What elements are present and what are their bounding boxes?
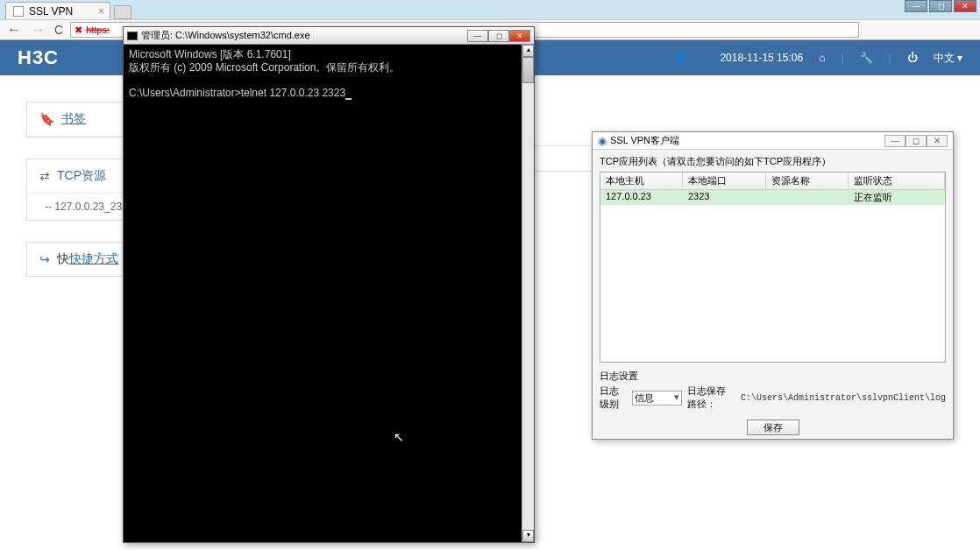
scroll-thumb[interactable] [522,57,534,83]
vpn-maximize-button[interactable]: ◻ [905,135,927,147]
col-local-port[interactable]: 本地端口 [683,173,766,189]
col-resource-name[interactable]: 资源名称 [766,173,849,189]
col-local-host[interactable]: 本地主机 [600,173,683,189]
vpn-minimize-button[interactable]: — [884,135,905,147]
os-minimize-button[interactable]: — [905,0,927,12]
refresh-icon[interactable]: ⇄ [39,169,50,183]
cell-local-host: 127.0.0.23 [600,190,683,205]
vpn-close-button[interactable]: ✕ [927,135,948,147]
address-text: https: [86,25,110,35]
browser-tab[interactable]: SSL VPN × [5,2,110,19]
cell-resource-name [766,190,849,205]
col-listen-status[interactable]: 监听状态 [849,173,945,189]
browser-tab-strip: SSL VPN × [0,0,131,19]
reload-button[interactable]: C [54,23,63,37]
cell-listen-status: 正在监听 [849,190,945,205]
vpn-titlebar[interactable]: ◉ SSL VPN客户端 — ◻ ✕ [593,132,953,150]
separator: | [841,52,843,64]
cell-local-port: 2323 [683,190,766,205]
cmd-titlebar[interactable]: 管理员: C:\Windows\system32\cmd.exe — ◻ ✕ [124,27,534,45]
cmd-minimize-button[interactable]: — [467,30,488,42]
log-level-select[interactable]: 信息 [632,391,682,405]
os-close-button[interactable]: ✕ [954,0,976,12]
os-maximize-button[interactable]: ◻ [929,0,952,12]
cmd-icon [127,32,138,40]
cmd-scrollbar[interactable]: ▴ ▾ [522,45,534,542]
tab-favicon [13,6,24,17]
tab-title: SSL VPN [29,5,73,18]
save-button[interactable]: 保存 [747,420,799,435]
log-settings-label: 日志设置 [600,370,946,383]
new-tab-button[interactable] [114,5,131,19]
user-icon[interactable]: 👤 [675,52,688,64]
h3c-logo: H3C [18,46,59,69]
cmd-window[interactable]: 管理员: C:\Windows\system32\cmd.exe — ◻ ✕ M… [123,26,535,543]
table-row[interactable]: 127.0.0.23 2323 正在监听 [600,190,945,205]
https-error-icon: ✖ [75,25,82,36]
cmd-terminal[interactable]: Microsoft Windows [版本 6.1.7601] 版权所有 (c)… [125,45,522,540]
shortcut-title: 快快捷方式 [57,251,118,267]
bookmark-icon: 🔖 [39,112,54,126]
back-button[interactable]: ← [5,22,23,38]
tab-close-icon[interactable]: × [98,5,104,18]
share-icon: ↪ [39,252,50,266]
power-icon[interactable]: ⏻ [907,52,918,64]
bookmark-title-link[interactable]: 书签 [61,111,86,127]
scroll-down-button[interactable]: ▾ [522,530,534,542]
tcp-title: TCP资源 [57,168,106,184]
tcp-app-table: 本地主机 本地端口 资源名称 监听状态 127.0.0.23 2323 正在监听 [600,172,946,363]
vpn-app-icon: ◉ [598,135,607,147]
cmd-close-button[interactable]: ✕ [509,30,530,42]
cmd-maximize-button[interactable]: ◻ [488,30,509,42]
vpn-list-caption: TCP应用列表（请双击您要访问的如下TCP应用程序） [600,153,946,172]
scroll-up-button[interactable]: ▴ [522,45,534,57]
scroll-track[interactable] [522,57,534,530]
forward-button[interactable]: → [30,22,47,38]
table-header-row: 本地主机 本地端口 资源名称 监听状态 [600,173,945,190]
datetime-label: 2018-11-15 15:06 [720,52,803,64]
log-level-label: 日志级别 [600,384,627,411]
separator: | [889,52,891,64]
language-selector[interactable]: 中文 ▾ [934,51,962,66]
cmd-title-text: 管理员: C:\Windows\system32\cmd.exe [141,29,310,42]
log-path-label: 日志保存路径： [687,384,735,411]
vpn-client-window[interactable]: ◉ SSL VPN客户端 — ◻ ✕ TCP应用列表（请双击您要访问的如下TCP… [592,131,954,440]
settings-icon[interactable]: 🔧 [860,52,873,64]
vpn-title-text: SSL VPN客户端 [610,134,679,147]
log-path-value: C:\Users\Administrator\sslvpnClient\log [741,393,946,403]
home-icon[interactable]: ⌂ [819,52,825,64]
